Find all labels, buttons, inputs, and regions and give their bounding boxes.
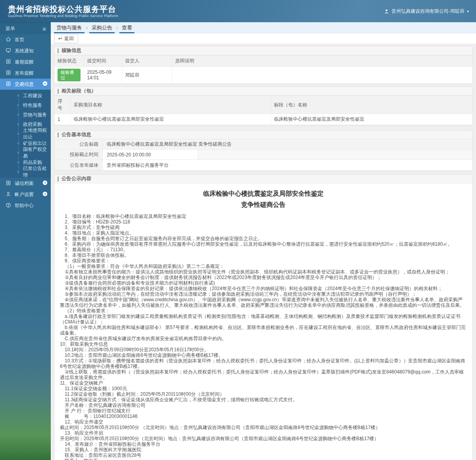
document-paragraphs: 1、项目名称：临床检验中心楼抗震鉴定及局部安全性鉴定 2、项目编号：HDZB-2… bbox=[60, 214, 467, 460]
sidebar-item-home[interactable]: 首页 bbox=[0, 34, 51, 45]
sidebar-item-label: 交易信息 bbox=[15, 81, 34, 88]
sidebar-item-credit-archive[interactable]: 诚信档案 bbox=[0, 178, 51, 189]
field-label: 公告发布媒体 bbox=[54, 160, 103, 170]
basic-info-panel-title: 公告基本信息 bbox=[54, 131, 472, 139]
sidebar-subitem[interactable]: 货物与服务 bbox=[0, 110, 51, 119]
section-bar-icon bbox=[58, 133, 59, 137]
breadcrumb-item-view[interactable]: 查看 bbox=[118, 22, 136, 33]
document-paragraph: 15、采购人：贵州医科大学附属医院 bbox=[60, 447, 467, 452]
document-paragraph: ②线上获取，将需提供的资料（（营业执照副本复印件；经办人授权委托书；委托人身份证… bbox=[60, 369, 467, 380]
basic-info-row-deadline: 投标截止时间 2025-05-20 10:00:00 bbox=[54, 150, 472, 160]
help-icon bbox=[6, 202, 11, 209]
sidebar-item-help-center[interactable]: 帮助中心 bbox=[0, 200, 51, 211]
back-icon: ↩ bbox=[58, 36, 62, 41]
document-title-line1: 临床检验中心楼抗震鉴定及局部安全性鉴定 bbox=[60, 188, 467, 199]
status-badge: 核验通过 bbox=[58, 69, 81, 81]
section-bar-icon bbox=[58, 89, 59, 94]
submit-time-value: 2025-05-09 14:01 bbox=[84, 67, 122, 84]
diamond-bullet-icon bbox=[17, 142, 19, 144]
basic-info-panel: 公告基本信息 公告标题 临床检验中心楼抗震鉴定及局部安全性鉴定 竞争性磋商公告 … bbox=[54, 130, 473, 171]
basic-info-row-title: 公告标题 临床检验中心楼抗震鉴定及局部安全性鉴定 竞争性磋商公告 bbox=[54, 139, 472, 150]
document-icon bbox=[6, 81, 11, 88]
document-paragraph: 4、项目地点：采购人指定地点。 bbox=[60, 230, 467, 236]
sidebar-subitem[interactable]: 特色服务 bbox=[0, 100, 51, 110]
document-paragraph: （2）特殊资格要求： bbox=[60, 308, 467, 314]
platform-title: 贵州省招标投标公共服务平台 bbox=[8, 4, 118, 14]
sidebar-submenu: 工程建设 特色服务 货物与服务 政府采购 土地使用权出让 矿业权出让 国有产权交… bbox=[0, 90, 51, 178]
package-panel: 相关标段（包） 序号 采购项目名称 标段（包）名称 1 临床检验中心楼抗震鉴定及… bbox=[54, 87, 473, 125]
back-button-label: 返回 bbox=[64, 35, 74, 42]
field-label: 投标截止时间 bbox=[54, 150, 103, 160]
document-paragraph: 2、项目编号：HDZB-2025-118 bbox=[60, 219, 467, 225]
notice-panel-title: 公告公示内容 bbox=[54, 175, 472, 183]
document-icon bbox=[6, 59, 11, 65]
sidebar-subitem-label: 货物与服务 bbox=[23, 112, 47, 118]
diamond-bullet-icon bbox=[17, 104, 19, 106]
chevron-right-circle-icon bbox=[42, 180, 48, 187]
document-paragraph: 开 户 行： 贵阳银行世纪城支行 bbox=[60, 408, 467, 414]
sidebar-subitem[interactable]: 已发公告处理 bbox=[0, 167, 51, 177]
platform-subtitle: GuiZhou Province Tendering and Bidding P… bbox=[8, 14, 118, 18]
chevron-down-circle-icon bbox=[42, 81, 48, 87]
document-paragraph: 开启时间：2025年05月20日10时00分（北京时间）地点：贵州弘典建设咨询有… bbox=[60, 436, 467, 441]
sidebar-subitem[interactable]: 工程建设 bbox=[0, 91, 51, 100]
document-paragraph: 联系人：陈光石 bbox=[60, 458, 467, 460]
sidebar-subitem[interactable]: 土地使用权出让 bbox=[0, 129, 51, 139]
document-paragraph: 6、采购内容：为确保病房改造项目有序开展需对入院服务中心进行局部安全性鉴定，以及… bbox=[60, 241, 467, 247]
sidebar-item-label: 首页 bbox=[15, 37, 24, 43]
document-icon bbox=[6, 180, 11, 187]
notice-title-value: 临床检验中心楼抗震鉴定及局部安全性鉴定 竞争性磋商公告 bbox=[103, 139, 472, 149]
chevron-down-icon: ▾ bbox=[467, 9, 469, 13]
diamond-bullet-icon bbox=[17, 94, 19, 97]
sidebar-item-system-notice[interactable]: 系统通知 bbox=[0, 45, 51, 56]
document-paragraph: 开户名称：贵州弘典建设咨询有限公司 bbox=[60, 402, 467, 408]
col-package-name: 标段（包）名称 bbox=[271, 96, 472, 114]
sidebar-landscape-image bbox=[0, 211, 51, 460]
col-project-name: 采购项目名称 bbox=[70, 96, 271, 114]
document-paragraph: ②具有良好的商业信誉和健全的财务会计制度：提供财务状况报告材料（2022年或20… bbox=[60, 275, 467, 280]
app-root: 贵州省招标投标公共服务平台 GuiZhou Province Tendering… bbox=[0, 0, 476, 460]
document-paragraph: ①具有独立承担民事责任的能力：提供法人或其他组织的营业执照等证明文件（营业执照副… bbox=[60, 269, 467, 275]
user-menu[interactable]: 贵州弘典建设咨询有限公司-邓廷容 ▾ bbox=[384, 8, 469, 15]
sidebar-item-transaction-info[interactable]: 交易信息 bbox=[0, 79, 51, 90]
document-paragraph: 5、服务期：自服务合同签订之日起至鉴定服务内容全部完成，并提交合格的鉴定报告之日… bbox=[60, 236, 467, 241]
package-table: 序号 采购项目名称 标段（包）名称 1 临床检验中心楼抗震鉴定及局部安全性鉴定 … bbox=[54, 96, 472, 125]
breadcrumb-item-procurement-notice[interactable]: 采购公告 bbox=[88, 22, 116, 33]
col-index: 序号 bbox=[54, 96, 70, 114]
breadcrumb-item-goods-services[interactable]: 货物与服务 bbox=[52, 22, 86, 33]
breadcrumb: 货物与服务 › 采购公告 › 查看 bbox=[51, 22, 476, 33]
document-paragraph: 12、响应文件递交 bbox=[60, 419, 467, 425]
menu-label: 菜单 bbox=[6, 25, 15, 32]
document-paragraph: 3、采购方式：竞争性磋商 bbox=[60, 225, 467, 230]
hamburger-icon[interactable]: ≡ bbox=[42, 25, 46, 32]
sidebar: 菜单 ≡ 首页 系统通知 逾期提醒 发布提醒 交易信息 bbox=[0, 22, 51, 460]
verify-table-row: 核验通过 2025-05-09 14:01 邓廷容 bbox=[54, 67, 472, 84]
package-package-name: 临床检验中心楼抗震鉴定及局部安全性鉴定 bbox=[271, 114, 472, 125]
sidebar-item-publish-reminder[interactable]: 发布提醒 bbox=[0, 67, 51, 79]
main-content: 货物与服务 › 采购公告 › 查看 ↩ 返回 核验信息 核验状态 提交时间 bbox=[51, 22, 476, 460]
diamond-bullet-icon bbox=[17, 152, 19, 154]
section-bar-icon bbox=[58, 48, 59, 53]
document-paragraph: 10.2地点：贵阳市观山湖区金阳南路6号世纪金源购物中心商务楼B栋17楼。 bbox=[60, 352, 467, 358]
document-paragraph: ④具有依法缴纳税收和社会保障资金的良好记录：提供依法缴纳税收（2024年至今任意… bbox=[60, 286, 467, 291]
package-index: 1 bbox=[54, 114, 70, 125]
publish-media-value: 贵州省招标投标公共服务平台 bbox=[103, 160, 472, 170]
document-paragraph: 14、发布媒介：贵州省招标投标公共服务平台 bbox=[60, 441, 467, 447]
col-reason: 原因说明 bbox=[172, 56, 472, 67]
brand: 贵州省招标投标公共服务平台 GuiZhou Province Tendering… bbox=[8, 4, 118, 18]
col-verify-status: 核验状态 bbox=[54, 56, 84, 67]
monitor-icon bbox=[6, 48, 11, 54]
sidebar-item-overdue-reminder[interactable]: 逾期提醒 bbox=[0, 56, 51, 67]
document-paragraph: 8、本项目不接受联合体投标。 bbox=[60, 252, 467, 258]
sidebar-subitem-label: 工程建设 bbox=[23, 92, 42, 99]
sidebar-subitem[interactable]: 国有产权交易 bbox=[0, 148, 51, 158]
col-submit-time: 提交时间 bbox=[84, 56, 122, 67]
sidebar-item-account-settings[interactable]: 帐户设置 bbox=[0, 189, 51, 200]
document-paragraph: 1、项目名称：临床检验中心楼抗震鉴定及局部安全性鉴定 bbox=[60, 214, 467, 219]
app-header: 贵州省招标投标公共服务平台 GuiZhou Province Tendering… bbox=[0, 0, 476, 22]
document-paragraph: 11、保证金交纳账户 bbox=[60, 380, 467, 386]
package-table-header: 序号 采购项目名称 标段（包）名称 bbox=[54, 96, 472, 114]
document-paragraph: 13、响应文件开启 bbox=[60, 430, 467, 436]
back-button[interactable]: ↩ 返回 bbox=[54, 34, 78, 43]
col-submitter: 提交人 bbox=[122, 56, 172, 67]
